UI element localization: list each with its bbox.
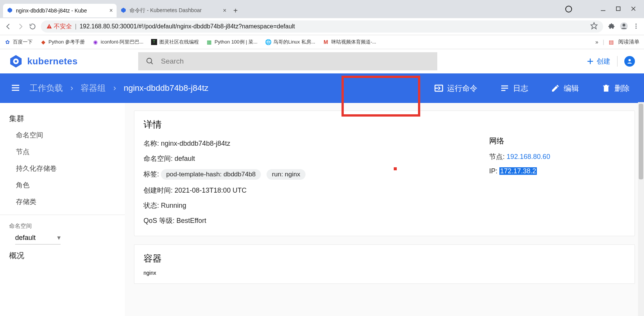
- url-text: 192.168.80.50:30001/#!/pod/default/nginx…: [80, 23, 587, 30]
- svg-marker-8: [591, 23, 597, 29]
- pod-ip: 172.17.38.2: [499, 167, 537, 175]
- svg-point-16: [15, 60, 17, 62]
- label-chip: pod-template-hash: dbddb74b8: [161, 169, 261, 180]
- logs-icon: [500, 84, 509, 93]
- pod-name: nginx-dbddb74b8-j84tz: [161, 140, 230, 147]
- chevron-right-icon: ›: [113, 83, 116, 93]
- scrollbar-thumb[interactable]: [639, 104, 643, 179]
- exec-button[interactable]: 运行命令: [430, 81, 481, 96]
- logs-button[interactable]: 日志: [496, 81, 532, 96]
- created-time: 2021-08-13T18:00 UTC: [175, 187, 246, 194]
- search-input[interactable]: [160, 57, 430, 66]
- delete-button[interactable]: 删除: [598, 81, 633, 96]
- kebab-menu-icon[interactable]: [633, 23, 639, 31]
- extensions-icon[interactable]: [608, 22, 615, 31]
- svg-point-11: [636, 23, 637, 25]
- bookmark-item[interactable]: 🌐鸟哥的Linux 私房...: [265, 39, 315, 45]
- bookmark-item[interactable]: ◉iconfont-阿里巴巴...: [92, 39, 143, 45]
- kubernetes-icon: [9, 54, 23, 68]
- bookmark-item[interactable]: ▦Python 100例 | 菜...: [206, 39, 257, 45]
- kubernetes-logo[interactable]: kubernetes: [9, 54, 78, 68]
- tab-title: 命令行 - Kubernetes Dashboar: [129, 7, 220, 14]
- hamburger-menu-icon[interactable]: [11, 83, 20, 94]
- sidebar-item-roles[interactable]: 角色: [0, 177, 125, 193]
- logo-text: kubernetes: [27, 56, 78, 67]
- divider: [617, 56, 617, 67]
- svg-point-13: [636, 27, 637, 28]
- pod-namespace: default: [175, 155, 195, 162]
- bookmark-item[interactable]: ◆Python 参考手册: [40, 39, 85, 45]
- separator: |: [75, 23, 76, 30]
- create-button[interactable]: 创建: [586, 57, 610, 66]
- breadcrumb: 工作负载 › 容器组 › nginx-dbddb74b8-j84tz: [30, 83, 209, 94]
- edit-label: 编辑: [564, 83, 579, 93]
- exec-label: 运行命令: [447, 83, 477, 93]
- browser-tab-strip: nginx-dbddb74b8-j84tz - Kube × 命令行 - Kub…: [0, 0, 644, 18]
- reading-list-icon[interactable]: ▤: [609, 39, 614, 45]
- browser-tab-active[interactable]: nginx-dbddb74b8-j84tz - Kube ×: [3, 4, 117, 17]
- maximize-icon[interactable]: [615, 6, 621, 13]
- back-icon[interactable]: [5, 23, 12, 30]
- node-link[interactable]: 192.168.80.60: [507, 153, 550, 160]
- user-avatar-icon[interactable]: [624, 56, 635, 67]
- logs-label: 日志: [513, 83, 528, 93]
- sidebar-item-namespaces[interactable]: 命名空间: [0, 127, 125, 143]
- namespace-value: default: [15, 234, 36, 242]
- svg-marker-1: [121, 8, 126, 12]
- search-box[interactable]: [138, 52, 437, 70]
- containers-title: 容器: [143, 252, 625, 265]
- star-icon[interactable]: [590, 22, 598, 31]
- svg-point-21: [628, 59, 631, 61]
- bookmarks-overflow-icon[interactable]: »: [596, 39, 599, 45]
- sidebar-item-nodes[interactable]: 节点: [0, 143, 125, 160]
- action-bar: 工作负载 › 容器组 › nginx-dbddb74b8-j84tz 运行命令 …: [0, 73, 644, 103]
- reading-list-label[interactable]: 阅读清单: [618, 39, 639, 45]
- svg-point-10: [622, 23, 625, 26]
- close-icon[interactable]: ×: [109, 7, 113, 14]
- minimize-icon[interactable]: [600, 6, 606, 13]
- delete-label: 删除: [614, 83, 630, 93]
- node-label: 节点:: [489, 153, 505, 160]
- tab-title: nginx-dbddb74b8-j84tz - Kube: [16, 8, 106, 14]
- label-chip: run: nginx: [267, 169, 306, 180]
- forward-icon: [17, 23, 24, 30]
- reload-icon[interactable]: [29, 23, 36, 30]
- profile-icon[interactable]: [620, 22, 628, 31]
- new-tab-button[interactable]: +: [230, 5, 241, 16]
- edit-button[interactable]: 编辑: [547, 81, 583, 96]
- bookmark-label: 图灵社区在线编程: [159, 39, 199, 45]
- sidebar-item-pv[interactable]: 持久化存储卷: [0, 160, 125, 177]
- svg-rect-3: [616, 7, 620, 11]
- bookmark-label: iconfont-阿里巴巴...: [101, 39, 143, 45]
- create-label: 创建: [597, 57, 610, 66]
- created-label: 创建时间:: [143, 187, 173, 194]
- namespace-selector[interactable]: default ▾: [15, 231, 61, 244]
- close-window-icon[interactable]: [630, 6, 636, 13]
- bookmark-item[interactable]: ✿百度一下: [5, 39, 33, 45]
- details-title: 详情: [143, 118, 625, 131]
- breadcrumb-workloads[interactable]: 工作负载: [30, 83, 63, 94]
- bookmark-item[interactable]: M咪咕视频体育频道-...: [323, 39, 376, 45]
- bookmarks-bar: ✿百度一下 ◆Python 参考手册 ◉iconfont-阿里巴巴... T图灵…: [0, 35, 644, 49]
- bookmark-label: Python 100例 | 菜...: [215, 39, 257, 45]
- svg-rect-6: [49, 25, 49, 27]
- svg-line-18: [151, 62, 153, 64]
- sidebar-section-overview[interactable]: 概况: [0, 248, 125, 264]
- security-text: 不安全: [54, 23, 72, 31]
- kubernetes-favicon-icon: [7, 7, 13, 14]
- bookmark-label: 百度一下: [13, 39, 33, 45]
- sidebar-item-storageclasses[interactable]: 存储类: [0, 193, 125, 210]
- breadcrumb-pods[interactable]: 容器组: [81, 83, 106, 94]
- divider: [0, 215, 125, 215]
- page-scrollbar[interactable]: [638, 102, 644, 316]
- account-switcher-icon[interactable]: [565, 6, 572, 12]
- address-bar[interactable]: 不安全 | 192.168.80.50:30001/#!/pod/default…: [41, 20, 603, 33]
- bookmark-label: 咪咕视频体育频道-...: [331, 39, 376, 45]
- pod-status: Running: [161, 202, 186, 209]
- browser-tab[interactable]: 命令行 - Kubernetes Dashboar ×: [117, 4, 230, 17]
- svg-marker-0: [8, 8, 12, 12]
- sidebar-section-cluster[interactable]: 集群: [0, 111, 125, 127]
- bookmark-item[interactable]: T图灵社区在线编程: [151, 39, 199, 45]
- close-icon[interactable]: ×: [223, 7, 226, 14]
- pod-qos: BestEffort: [176, 217, 206, 224]
